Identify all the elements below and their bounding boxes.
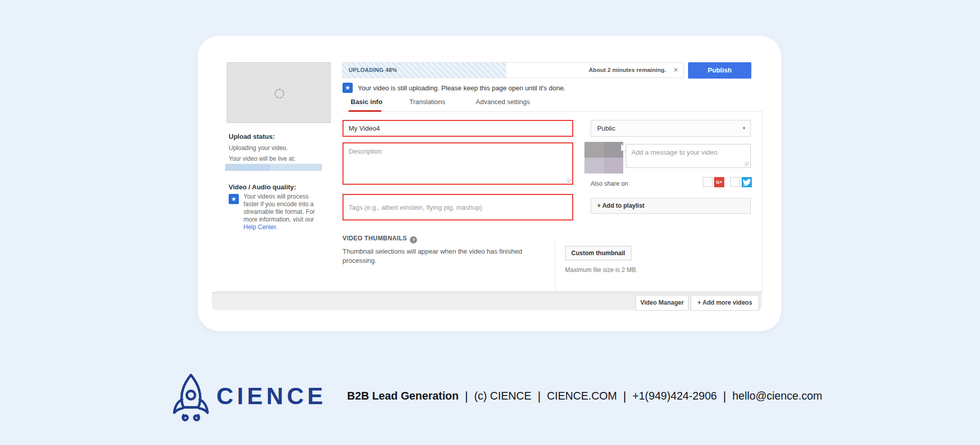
- tab-basic-info[interactable]: Basic info: [351, 98, 382, 106]
- cience-rocket-icon: [168, 372, 213, 423]
- thumb-cell: [584, 158, 604, 174]
- quality-label: Video / Audio quality:: [229, 183, 296, 191]
- message-resize-handle[interactable]: [744, 161, 749, 166]
- notice-star-icon: ★: [342, 83, 353, 93]
- thumbnails-description: Thumbnail selections will appear when th…: [342, 247, 543, 265]
- video-title-input[interactable]: [342, 120, 573, 137]
- publish-button[interactable]: Publish: [688, 62, 751, 79]
- uploading-notice-text: Your video is still uploading. Please ke…: [358, 84, 566, 92]
- tagline-item: +1(949)424-2906: [632, 390, 717, 403]
- add-to-playlist-button[interactable]: + Add to playlist: [591, 198, 751, 214]
- live-at-text: Your video will be live at:: [229, 155, 296, 162]
- help-icon[interactable]: ?: [410, 236, 417, 243]
- gplus-share-checkbox[interactable]: [703, 177, 713, 187]
- description-resize-handle[interactable]: [567, 178, 571, 183]
- custom-thumbnail-button[interactable]: Custom thumbnail: [565, 246, 631, 260]
- twitter-share-checkbox[interactable]: [730, 177, 740, 187]
- share-message-textarea[interactable]: [626, 144, 751, 168]
- time-remaining-text: About 2 minutes remaining.: [589, 63, 666, 78]
- content-right-border: [762, 111, 763, 291]
- upload-dialog-card: Upload status: Uploading your video. You…: [198, 36, 781, 331]
- gplus-icon[interactable]: G+: [714, 177, 724, 187]
- active-tab-underline: [349, 110, 381, 112]
- cancel-upload-icon[interactable]: ✕: [673, 63, 678, 78]
- footer-tagline: B2B Lead Generation | (c) CIENCE | CIENC…: [347, 389, 822, 403]
- tagline-item: hello@cience.com: [732, 390, 822, 403]
- video-url-highlight: [225, 164, 322, 171]
- description-wrapper: [342, 142, 573, 185]
- channel-thumbnail: [584, 142, 623, 174]
- quality-text: Your videos will process faster if you e…: [243, 193, 315, 223]
- uploading-status-text: Uploading your video.: [229, 144, 288, 152]
- tab-advanced-settings[interactable]: Advanced settings: [476, 98, 530, 106]
- add-more-videos-button[interactable]: + Add more videos: [691, 295, 759, 311]
- max-file-size-text: Maximum file size is 2 MB.: [565, 266, 638, 274]
- privacy-dropdown[interactable]: Public ▾: [591, 120, 751, 137]
- page-background: Upload status: Uploading your video. You…: [0, 0, 980, 445]
- pipe-separator: |: [465, 389, 468, 403]
- loading-spinner-icon: [275, 89, 284, 98]
- thumb-cell: [604, 158, 623, 174]
- privacy-value: Public: [597, 125, 615, 132]
- upload-progress-label: UPLOADING 48%: [349, 63, 397, 78]
- chevron-down-icon: ▾: [743, 120, 745, 136]
- quality-star-icon: ★: [229, 194, 239, 204]
- tagline-item: CIENCE.COM: [547, 390, 617, 403]
- pipe-separator: |: [537, 389, 541, 403]
- description-textarea[interactable]: [342, 142, 573, 185]
- video-thumbnails-heading: VIDEO THUMBNAILS?: [342, 235, 417, 243]
- cience-logo-text: CIENCE: [216, 382, 327, 410]
- video-manager-button[interactable]: Video Manager: [635, 295, 689, 311]
- upload-progress-bar: UPLOADING 48% About 2 minutes remaining.…: [342, 62, 684, 78]
- upload-status-label: Upload status:: [229, 133, 275, 140]
- bottom-divider: [217, 291, 762, 291]
- twitter-icon[interactable]: [742, 177, 752, 187]
- tagline-bold: B2B Lead Generation: [347, 390, 459, 403]
- message-wrapper: [626, 144, 751, 168]
- tagline-item: (c) CIENCE: [474, 390, 531, 403]
- video-thumbnails-heading-text: VIDEO THUMBNAILS: [342, 235, 407, 242]
- help-center-link[interactable]: Help Center.: [243, 224, 278, 231]
- thumb-cell: [604, 142, 623, 158]
- video-preview-placeholder: [227, 62, 331, 123]
- tags-input[interactable]: [342, 194, 573, 220]
- pipe-separator: |: [623, 389, 626, 403]
- pipe-separator: |: [723, 389, 726, 403]
- quality-paragraph: Your videos will process faster if you e…: [243, 193, 323, 231]
- also-share-label: Also share on: [591, 180, 628, 187]
- tabs-divider: [342, 111, 762, 112]
- tab-translations[interactable]: Translations: [409, 98, 445, 106]
- thumb-cell: [584, 142, 604, 158]
